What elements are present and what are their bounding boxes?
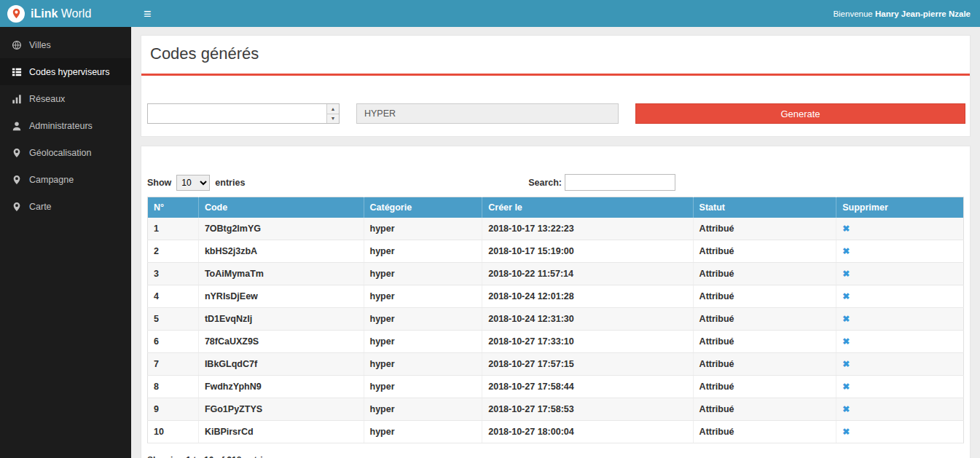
code-cell: nYRIsDjEew (198, 285, 364, 308)
category-field (356, 103, 619, 124)
category-cell: hyper (364, 353, 482, 376)
map-marker-icon (11, 147, 22, 158)
column-header-code[interactable]: Code (198, 197, 364, 218)
delete-cell: ✖ (836, 376, 964, 398)
table-row: 17OBtg2lmYGhyper2018-10-17 13:22:23Attri… (148, 218, 964, 240)
sidebar-item-villes[interactable]: Villes (0, 31, 131, 58)
delete-icon[interactable]: ✖ (842, 246, 850, 256)
row-number: 10 (148, 421, 199, 443)
search-input[interactable] (565, 174, 675, 191)
delete-cell: ✖ (836, 308, 964, 331)
created-date-cell: 2018-10-17 15:19:00 (482, 240, 693, 263)
category-cell: hyper (364, 421, 482, 443)
main-area: ≡ Bienvenue Hanry Jean-pierre Nzale Code… (131, 0, 980, 458)
column-header-creer-le[interactable]: Créer le (482, 197, 693, 218)
stepper-up-icon[interactable]: ▲ (327, 104, 339, 114)
sidebar-item-label: Carte (29, 202, 52, 212)
column-header-n-[interactable]: N° (148, 197, 199, 218)
row-number: 9 (148, 398, 199, 421)
codes-table-panel: Show 10 entries Search: N°CodeCatégorieC… (141, 146, 971, 458)
hamburger-menu-icon[interactable]: ≡ (141, 6, 154, 22)
sidebar-item-campagne[interactable]: Campagne (0, 166, 131, 193)
sidebar-item-label: Réseaux (29, 94, 65, 104)
table-row: 5tD1EvqNzIjhyper2018-10-24 12:31:30Attri… (148, 308, 964, 331)
code-cell: 78fCaUXZ9S (198, 331, 364, 353)
list-icon (11, 66, 22, 77)
delete-icon[interactable]: ✖ (842, 382, 850, 392)
delete-cell: ✖ (836, 331, 964, 353)
created-date-cell: 2018-10-17 13:22:23 (482, 218, 693, 240)
created-date-cell: 2018-10-27 17:58:53 (482, 398, 693, 421)
sidebar-item-codes-hyperviseurs[interactable]: Codes hyperviseurs (0, 58, 131, 85)
table-row: 678fCaUXZ9Shyper2018-10-27 17:33:10Attri… (148, 331, 964, 353)
delete-cell: ✖ (836, 285, 964, 308)
row-number: 2 (148, 240, 199, 263)
delete-icon[interactable]: ✖ (842, 224, 850, 234)
row-number: 6 (148, 331, 199, 353)
code-cell: ToAiMymaTm (198, 263, 364, 285)
created-date-cell: 2018-10-27 17:57:15 (482, 353, 693, 376)
stepper-arrows: ▲ ▼ (326, 104, 339, 123)
category-cell: hyper (364, 308, 482, 331)
quantity-input[interactable] (148, 104, 326, 123)
status-cell: Attribué (693, 285, 836, 308)
sidebar-item-label: Villes (29, 40, 51, 50)
page-length-control: Show 10 entries (147, 175, 245, 191)
stepper-down-icon[interactable]: ▼ (327, 114, 339, 124)
status-cell: Attribué (693, 240, 836, 263)
brand: iLink World (0, 0, 131, 27)
sidebar-item-label: Campagne (29, 175, 74, 185)
welcome-prefix: Bienvenue (833, 9, 872, 18)
delete-icon[interactable]: ✖ (842, 427, 850, 437)
category-cell: hyper (364, 218, 482, 240)
category-cell: hyper (364, 240, 482, 263)
status-cell: Attribué (693, 398, 836, 421)
sidebar-menu: VillesCodes hyperviseursRéseauxAdministr… (0, 27, 131, 220)
map-marker-icon (11, 174, 22, 185)
column-header-supprimer[interactable]: Supprimer (836, 197, 964, 218)
entries-label: entries (215, 178, 245, 188)
status-cell: Attribué (693, 308, 836, 331)
row-number: 3 (148, 263, 199, 285)
created-date-cell: 2018-10-24 12:31:30 (482, 308, 693, 331)
app-window: iLink World VillesCodes hyperviseursRése… (0, 0, 980, 458)
user-icon (11, 120, 22, 131)
delete-icon[interactable]: ✖ (842, 336, 850, 347)
sidebar-item-carte[interactable]: Carte (0, 193, 131, 220)
code-cell: FGo1PyZTYS (198, 398, 364, 421)
sidebar-nav: VillesCodes hyperviseursRéseauxAdministr… (0, 27, 131, 220)
row-number: 1 (148, 218, 199, 240)
table-row: 8FwdhzYphN9hyper2018-10-27 17:58:44Attri… (148, 376, 964, 398)
code-cell: tD1EvqNzIj (198, 308, 364, 331)
generator-panel: Codes générés ▲ ▼ Generate (141, 35, 971, 137)
status-cell: Attribué (693, 353, 836, 376)
delete-icon[interactable]: ✖ (842, 269, 850, 279)
sidebar-item-geolocalisation[interactable]: Géolocalisation (0, 139, 131, 166)
column-header-categorie[interactable]: Catégorie (364, 197, 482, 218)
row-number: 5 (148, 308, 199, 331)
code-cell: kbHS2j3zbA (198, 240, 364, 263)
generate-button[interactable]: Generate (635, 103, 965, 124)
delete-icon[interactable]: ✖ (842, 404, 850, 414)
table-row: 7IBkGLqdC7fhyper2018-10-27 17:57:15Attri… (148, 353, 964, 376)
code-cell: 7OBtg2lmYG (198, 218, 364, 240)
table-footer: Showing 1 to 10 of 218 entries Previous1… (147, 455, 964, 458)
table-row: 2kbHS2j3zbAhyper2018-10-17 15:19:00Attri… (148, 240, 964, 263)
column-header-statut[interactable]: Statut (693, 197, 836, 218)
category-cell: hyper (364, 285, 482, 308)
delete-icon[interactable]: ✖ (842, 359, 850, 369)
category-cell: hyper (364, 263, 482, 285)
quantity-stepper[interactable]: ▲ ▼ (147, 103, 340, 124)
sidebar-item-reseaux[interactable]: Réseaux (0, 85, 131, 112)
table-search: Search: (528, 174, 675, 191)
code-cell: KiBPirsrCd (198, 421, 364, 443)
sidebar-item-administrateurs[interactable]: Administrateurs (0, 112, 131, 139)
table-row: 3ToAiMymaTmhyper2018-10-22 11:57:14Attri… (148, 263, 964, 285)
delete-icon[interactable]: ✖ (842, 314, 850, 324)
created-date-cell: 2018-10-27 17:58:44 (482, 376, 693, 398)
category-cell: hyper (364, 331, 482, 353)
status-cell: Attribué (693, 421, 836, 443)
delete-icon[interactable]: ✖ (842, 291, 850, 301)
page-size-select[interactable]: 10 (176, 175, 210, 191)
app-logo-icon (7, 5, 25, 23)
